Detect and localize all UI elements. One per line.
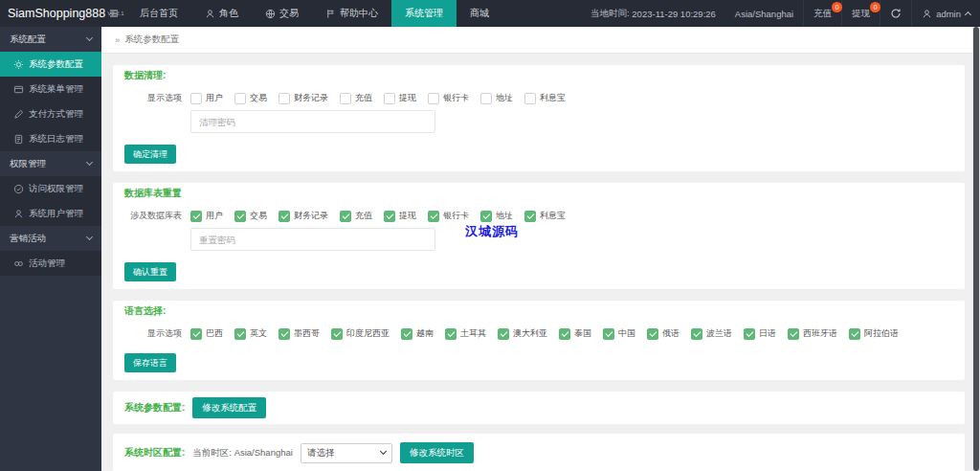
confirm-reset-button[interactable]: 确认重置 — [124, 262, 176, 281]
checkbox-checked-icon[interactable] — [278, 328, 290, 340]
topbar: SiamShopping888V2.2.1 后台首页 角色 交易 帮助中心 系统… — [0, 0, 980, 27]
reset-password-input[interactable] — [190, 228, 435, 251]
save-language-button[interactable]: 保存语言 — [124, 353, 176, 372]
sidebar-item-system-menu-management[interactable]: 系统菜单管理 — [0, 77, 101, 101]
user-menu[interactable]: admin — [911, 0, 980, 27]
checkbox-option[interactable]: 印度尼西亚 — [331, 327, 390, 340]
checkbox-checked-icon[interactable] — [384, 211, 395, 222]
checkbox-checked-icon[interactable] — [849, 328, 860, 340]
checkbox-option[interactable]: 提现 — [384, 92, 416, 104]
checkbox-icon[interactable] — [278, 93, 290, 104]
sidebar-toggle-button[interactable] — [101, 0, 126, 27]
checkbox-option[interactable]: 利息宝 — [524, 210, 566, 222]
checkbox-option[interactable]: 交易 — [234, 210, 267, 222]
checkbox-option[interactable]: 巴西 — [190, 327, 223, 340]
scrollbar-thumb[interactable] — [973, 27, 979, 471]
modify-system-config-button[interactable]: 修改系统配置 — [192, 397, 266, 418]
checkbox-option[interactable]: 财务记录 — [278, 92, 328, 104]
checkbox-option[interactable]: 地址 — [480, 210, 513, 222]
checkbox-option[interactable]: 地址 — [480, 92, 513, 104]
checkbox-icon[interactable] — [480, 93, 492, 104]
checkbox-option[interactable]: 土耳其 — [445, 327, 486, 340]
checkbox-checked-icon[interactable] — [234, 211, 246, 222]
recharge-alert[interactable]: 充值0 — [803, 0, 841, 27]
checkbox-checked-icon[interactable] — [234, 328, 246, 340]
checkbox-checked-icon[interactable] — [401, 328, 412, 340]
checkbox-option[interactable]: 充值 — [340, 92, 372, 104]
scrollbar-track[interactable] — [972, 27, 980, 471]
nav-item-roles[interactable]: 角色 — [191, 0, 252, 27]
sidebar-item-system-param-config[interactable]: 系统参数配置 — [0, 52, 101, 77]
checkbox-icon[interactable] — [190, 93, 202, 104]
sidebar-section-marketing[interactable]: 营销活动 — [0, 226, 101, 251]
checkbox-checked-icon[interactable] — [691, 328, 702, 340]
timezone-select[interactable]: 请选择 — [301, 443, 392, 463]
confirm-clean-button[interactable]: 确定清理 — [124, 145, 176, 164]
nav-label: 商城 — [470, 7, 489, 20]
checkbox-option[interactable]: 阿拉伯语 — [849, 327, 899, 340]
checkbox-checked-icon[interactable] — [278, 211, 290, 222]
nav-item-home[interactable]: 后台首页 — [126, 0, 191, 27]
checkbox-checked-icon[interactable] — [603, 328, 614, 340]
checkbox-checked-icon[interactable] — [744, 328, 755, 340]
checkbox-checked-icon[interactable] — [428, 211, 439, 222]
checkbox-icon[interactable] — [340, 93, 351, 104]
sidebar-item-system-user-management[interactable]: 系统用户管理 — [0, 201, 101, 226]
sidebar-item-activity-management[interactable]: 活动管理 — [0, 251, 101, 276]
checkbox-checked-icon[interactable] — [190, 328, 202, 340]
sidebar-item-access-permission-management[interactable]: 访问权限管理 — [0, 176, 101, 201]
checkbox-option[interactable]: 财务记录 — [278, 210, 328, 222]
checkbox-icon[interactable] — [384, 93, 395, 104]
checkbox-checked-icon[interactable] — [498, 328, 509, 340]
checkbox-checked-icon[interactable] — [647, 328, 658, 340]
checkbox-option[interactable]: 银行卡 — [428, 92, 469, 104]
checkbox-option[interactable]: 利息宝 — [524, 92, 566, 104]
checkbox-icon[interactable] — [234, 93, 246, 104]
checkbox-option[interactable]: 用户 — [190, 210, 223, 222]
checkbox-checked-icon[interactable] — [788, 328, 799, 340]
withdraw-alert[interactable]: 提现0 — [841, 0, 880, 27]
db-reset-card: 数据库表重置 涉及数据库表 用户 交易 — [113, 183, 965, 289]
checkbox-icon[interactable] — [524, 93, 536, 104]
checkbox-icon[interactable] — [428, 93, 439, 104]
nav-item-mall[interactable]: 商城 — [457, 0, 502, 27]
checkbox-checked-icon[interactable] — [524, 211, 536, 222]
checkbox-label: 俄语 — [662, 327, 679, 340]
checkbox-option[interactable]: 西班牙语 — [788, 327, 837, 340]
checkbox-option[interactable]: 提现 — [384, 210, 416, 222]
checkbox-option[interactable]: 英文 — [234, 327, 267, 340]
options-row-label: 显示选项 — [124, 92, 182, 104]
nav-item-system-management[interactable]: 系统管理 — [391, 0, 457, 27]
checkbox-checked-icon[interactable] — [331, 328, 343, 340]
sidebar-item-payment-method-management[interactable]: 支付方式管理 — [0, 101, 101, 126]
checkbox-checked-icon[interactable] — [190, 211, 202, 222]
checkbox-checked-icon[interactable] — [559, 328, 570, 340]
checkbox-option[interactable]: 墨西哥 — [278, 327, 320, 340]
checkbox-option[interactable]: 充值 — [340, 210, 372, 222]
sidebar-section-system-config[interactable]: 系统配置 — [0, 27, 101, 52]
checkbox-option[interactable]: 俄语 — [647, 327, 679, 340]
checkbox-option[interactable]: 泰国 — [559, 327, 591, 340]
checkbox-option[interactable]: 中国 — [603, 327, 635, 340]
nav-item-help-center[interactable]: 帮助中心 — [312, 0, 391, 27]
checkbox-option[interactable]: 波兰语 — [691, 327, 732, 340]
chevron-down-icon — [380, 448, 387, 455]
checkbox-checked-icon[interactable] — [445, 328, 457, 340]
checkbox-option[interactable]: 交易 — [234, 92, 267, 104]
modify-timezone-button[interactable]: 修改系统时区 — [400, 442, 474, 463]
checkbox-label: 巴西 — [206, 327, 223, 340]
sidebar-item-system-log-management[interactable]: 系统日志管理 — [0, 126, 101, 151]
nav-item-trade[interactable]: 交易 — [252, 0, 312, 27]
checkbox-option[interactable]: 银行卡 — [428, 210, 469, 222]
checkbox-option[interactable]: 用户 — [190, 92, 223, 104]
checkbox-option[interactable]: 澳大利亚 — [498, 327, 547, 340]
checkbox-checked-icon[interactable] — [340, 211, 351, 222]
refresh-button[interactable] — [880, 0, 911, 27]
nav-label: 角色 — [219, 7, 238, 20]
sidebar-section-permission-management[interactable]: 权限管理 — [0, 151, 101, 176]
checkbox-option[interactable]: 日语 — [744, 327, 776, 340]
checkbox-option[interactable]: 越南 — [401, 327, 434, 340]
content: 数据清理: 显示选项 用户 交易 — [101, 54, 980, 471]
checkbox-checked-icon[interactable] — [480, 211, 492, 222]
clean-password-input[interactable] — [190, 110, 435, 133]
